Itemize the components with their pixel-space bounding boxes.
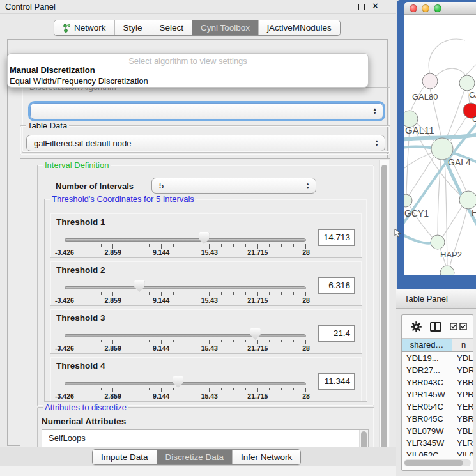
tab-infer-network[interactable]: Infer Network <box>233 450 300 464</box>
cell-name[interactable]: YDR2 <box>452 364 473 376</box>
algorithm-option-1[interactable]: Equal Width/Frequency Discretization <box>8 75 368 86</box>
network-edge[interactable] <box>466 63 476 75</box>
network-edge[interactable] <box>429 39 465 73</box>
threshold-value-field[interactable]: 21.4 <box>318 325 355 342</box>
column-header-shared[interactable]: shared… <box>402 339 452 351</box>
table-row[interactable]: YPR145WYPR1 <box>402 388 473 401</box>
tab-impute-data[interactable]: Impute Data <box>93 450 157 464</box>
table-row[interactable]: YBR045CYBR0 <box>402 413 473 425</box>
slider-thumb[interactable] <box>199 232 209 244</box>
node-label-ga: GA <box>469 90 476 100</box>
cell-shared-name[interactable]: YDR27... <box>402 364 452 376</box>
slider-track[interactable] <box>65 382 306 385</box>
table-toolbar <box>402 315 473 338</box>
split-table-icon[interactable] <box>430 322 441 332</box>
table-data-select[interactable]: galFiltered.sif default node ▲▼ <box>26 135 385 151</box>
node-top-right[interactable] <box>459 75 475 91</box>
node-gal4[interactable] <box>431 138 453 160</box>
checkbox-icon <box>459 323 467 330</box>
number-of-intervals-select[interactable]: 5 ▲▼ <box>151 178 316 194</box>
table-row[interactable]: YIL052CYIL0 <box>402 449 473 456</box>
table-row[interactable]: YDR27...YDR2 <box>402 364 473 376</box>
tick-label: 9.144 <box>153 296 169 304</box>
slider-thumb[interactable] <box>173 376 183 388</box>
tab-select[interactable]: Select <box>151 20 193 35</box>
minimize-traffic-light-icon[interactable] <box>422 4 429 12</box>
float-window-icon[interactable] <box>358 4 365 10</box>
column-visibility-icons[interactable] <box>450 323 467 330</box>
cell-shared-name[interactable]: YLR345W <box>402 437 452 449</box>
node-hap2[interactable] <box>431 235 445 249</box>
settings-scrollpane: Interval Definition Number of Intervals … <box>20 158 390 462</box>
tab-style[interactable]: Style <box>115 20 151 35</box>
network-window-titlebar[interactable] <box>404 2 476 15</box>
tab-cyni-toolbox[interactable]: Cyni Toolbox <box>192 20 259 35</box>
slider-track[interactable] <box>65 334 306 337</box>
column-header-name[interactable]: n <box>452 339 473 351</box>
threshold-label: Threshold 3 <box>56 313 105 323</box>
threshold-value-field[interactable]: 11.344 <box>318 373 355 390</box>
cell-shared-name[interactable]: YIL052C <box>402 449 452 456</box>
algorithm-placeholder: Select algorithm to view settings <box>8 54 368 65</box>
cell-shared-name[interactable]: YDL19... <box>402 352 452 364</box>
cell-name[interactable]: YBR0 <box>452 413 473 425</box>
cell-shared-name[interactable]: YBL079W <box>402 425 452 437</box>
threshold-value-field[interactable]: 6.316 <box>318 277 355 294</box>
table-row[interactable]: YLR345WYLR3 <box>402 437 473 449</box>
cell-name[interactable]: YER0 <box>452 401 473 413</box>
close-icon[interactable]: ✕ <box>372 1 379 11</box>
table-row[interactable]: YER054CYER0 <box>402 401 473 413</box>
algorithm-select[interactable]: ▲▼ <box>30 103 383 119</box>
node-bottom[interactable] <box>440 266 454 275</box>
network-edge[interactable] <box>443 206 462 237</box>
table-row[interactable]: YBR043CYBR0 <box>402 376 473 388</box>
table-row[interactable]: YDL19...YDL1 <box>402 352 473 364</box>
network-edge-highlighted[interactable] <box>404 234 433 243</box>
node-gcy1[interactable] <box>404 194 412 207</box>
tick-label: 28 <box>302 296 310 304</box>
cell-shared-name[interactable]: YER054C <box>402 401 452 413</box>
tab-network[interactable]: Network <box>54 20 115 35</box>
thresholds-group: Threshold's Coordinates for 5 Intervals … <box>44 199 367 402</box>
slider-thumb[interactable] <box>250 328 261 340</box>
slider-track[interactable] <box>65 238 306 242</box>
network-edge[interactable] <box>436 68 466 77</box>
cell-name[interactable]: YBR0 <box>452 376 473 388</box>
scrollbar-thumb[interactable] <box>404 460 463 466</box>
slider-track[interactable] <box>65 286 306 289</box>
table-panel-titlebar: Table Panel <box>396 289 476 309</box>
table-hscrollbar[interactable] <box>404 459 471 466</box>
slider-tick-labels: -3.4262.8599.14415.4321.71528 <box>65 344 306 353</box>
gear-icon[interactable] <box>411 321 422 332</box>
network-edge[interactable] <box>445 90 464 140</box>
cell-name[interactable]: YPR1 <box>452 388 473 401</box>
table-row[interactable]: YBL079WYBL0 <box>402 425 473 437</box>
interval-definition-group: Interval Definition Number of Intervals … <box>37 165 374 406</box>
cell-name[interactable]: YIL0 <box>452 449 473 456</box>
cell-name[interactable]: YBL0 <box>452 425 473 437</box>
scrollbar-thumb[interactable] <box>381 165 387 449</box>
network-edge[interactable] <box>404 152 434 168</box>
table-data-label: Table Data <box>26 121 69 130</box>
tick-label: -3.426 <box>55 344 74 352</box>
threshold-value-field[interactable]: 14.713 <box>318 229 355 246</box>
cyni-bottom-tabbar: Impute DataDiscretize DataInfer Network <box>92 449 301 465</box>
tab-jactivemnodules[interactable]: jActiveMNodules <box>259 20 340 35</box>
cell-shared-name[interactable]: YBR043C <box>402 376 452 388</box>
algorithm-option-0[interactable]: Manual Discretization <box>8 65 368 75</box>
panel-scrollbar[interactable] <box>379 160 389 462</box>
table-panel-body: shared… n YDL19...YDL1YDR27...YDR2YBR043… <box>396 309 476 476</box>
cell-name[interactable]: YDL1 <box>452 352 473 364</box>
attribute-item[interactable]: SelfLoops <box>42 430 368 444</box>
slider-thumb[interactable] <box>134 280 144 292</box>
node-h[interactable] <box>459 191 476 209</box>
tab-discretize-data[interactable]: Discretize Data <box>157 450 233 464</box>
cell-name[interactable]: YLR3 <box>452 437 473 449</box>
cell-shared-name[interactable]: YBR045C <box>402 413 452 425</box>
cell-shared-name[interactable]: YPR145W <box>402 388 452 401</box>
network-canvas[interactable]: GAL80GACGAL11GAL4GCY1HHAP2 <box>404 15 476 275</box>
node-gal80[interactable] <box>422 73 438 89</box>
zoom-traffic-light-icon[interactable] <box>434 4 441 12</box>
numerical-attributes-label: Numerical Attributes <box>42 417 126 426</box>
close-traffic-light-icon[interactable] <box>410 4 417 12</box>
